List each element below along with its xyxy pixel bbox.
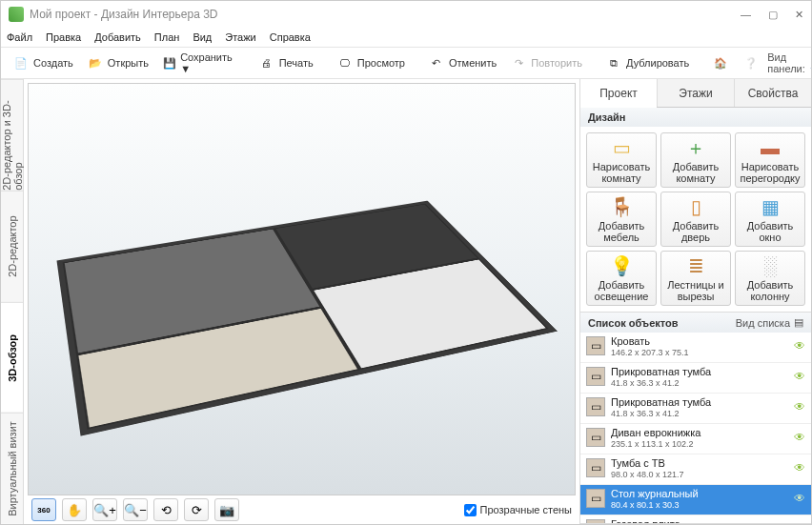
transparent-walls-checkbox[interactable]: Прозрачные стены (464, 504, 572, 516)
menu-edit[interactable]: Правка (46, 31, 81, 43)
menu-add[interactable]: Добавить (94, 31, 141, 43)
redo-icon: ↷ (510, 54, 527, 71)
action-icon: ▬ (759, 136, 782, 159)
create-button[interactable]: 📄Создать (7, 50, 79, 75)
action-label: Добавить колонну (738, 279, 802, 302)
save-icon: 💾 (162, 54, 176, 71)
left-tab-3[interactable]: Виртуальный визит (1, 413, 23, 524)
object-item[interactable]: ▭Прикроватная тумба41.8 x 36.3 x 41.2👁 (580, 363, 811, 394)
action-6[interactable]: 💡Добавить освещение (586, 251, 657, 306)
object-name: Кровать (611, 335, 788, 348)
object-name: Газовая плита (611, 518, 788, 523)
action-3[interactable]: 🪑Добавить мебель (586, 192, 657, 247)
object-icon: ▭ (586, 336, 605, 355)
object-name: Тумба с ТВ (611, 457, 788, 470)
left-tab-0[interactable]: 2D-редактор и 3D-обзор (1, 79, 23, 191)
rotate-left-button[interactable]: ⟲ (153, 498, 178, 521)
menu-help[interactable]: Справка (270, 31, 311, 43)
left-tab-1[interactable]: 2D-редактор (1, 191, 23, 302)
open-button[interactable]: 📂Открыть (81, 50, 154, 75)
action-icon: ▯ (684, 195, 707, 218)
window-title: Мой проект - Дизайн Интерьера 3D (30, 8, 217, 21)
action-icon: ≣ (684, 254, 707, 277)
action-label: Добавить дверь (663, 220, 728, 243)
visibility-icon[interactable]: 👁 (794, 461, 805, 475)
object-item[interactable]: ▭Тумба с ТВ98.0 x 48.0 x 121.7👁 (580, 454, 811, 485)
object-dims: 41.8 x 36.3 x 41.2 (611, 409, 788, 418)
visibility-icon[interactable]: 👁 (794, 522, 805, 523)
action-4[interactable]: ▯Добавить дверь (660, 192, 731, 247)
action-label: Добавить мебель (589, 220, 654, 243)
folder-open-icon: 📂 (87, 54, 104, 71)
action-label: Лестницы и вырезы (663, 279, 728, 302)
object-name: Стол журнальный (611, 488, 788, 500)
redo-button[interactable]: ↷Повторить (504, 50, 588, 75)
home-icon: 🏠 (712, 54, 729, 71)
app-icon (9, 7, 24, 22)
visibility-icon[interactable]: 👁 (794, 339, 805, 353)
visibility-icon[interactable]: 👁 (794, 431, 805, 444)
close-button[interactable]: ✕ (795, 9, 803, 21)
action-7[interactable]: ≣Лестницы и вырезы (660, 251, 731, 306)
action-icon: ░ (759, 254, 782, 277)
visibility-icon[interactable]: 👁 (794, 370, 805, 383)
zoom-out-button[interactable]: 🔍− (123, 498, 148, 521)
object-item[interactable]: ▭Диван еврокнижка235.1 x 113.1 x 102.2👁 (580, 424, 811, 454)
duplicate-button[interactable]: ⧉Дублировать (599, 50, 695, 75)
orbit-360-button[interactable]: 360 (31, 498, 56, 521)
right-tabs: ПроектЭтажиСвойства (580, 79, 811, 108)
visibility-icon[interactable]: 👁 (794, 400, 805, 414)
object-name: Прикроватная тумба (611, 366, 788, 378)
action-5[interactable]: ▦Добавить окно (735, 192, 805, 247)
list-view-label: Вид списка (736, 317, 790, 329)
action-8[interactable]: ░Добавить колонну (735, 251, 805, 306)
help-button[interactable]: ❔ (737, 50, 765, 75)
action-label: Добавить окно (738, 220, 802, 243)
object-icon: ▭ (586, 519, 605, 523)
save-button[interactable]: 💾Сохранить ▼ (156, 50, 241, 75)
pan-button[interactable]: ✋ (62, 498, 87, 521)
action-1[interactable]: ＋Добавить комнату (660, 132, 731, 188)
help-icon: ❔ (742, 54, 760, 71)
print-button[interactable]: 🖨Печать (253, 50, 319, 75)
menu-file[interactable]: Файл (7, 31, 32, 43)
right-tab-2[interactable]: Свойства (734, 79, 811, 107)
zoom-in-button[interactable]: 🔍+ (92, 498, 117, 521)
snapshot-button[interactable]: 📷 (214, 498, 239, 521)
action-2[interactable]: ▬Нарисовать перегородку (735, 132, 805, 188)
duplicate-icon: ⧉ (605, 54, 622, 71)
object-item[interactable]: ▭Прикроватная тумба41.8 x 36.3 x 41.2👁 (580, 394, 811, 424)
minimize-button[interactable]: ― (741, 9, 751, 21)
object-name: Прикроватная тумба (611, 396, 788, 409)
right-tab-0[interactable]: Проект (580, 79, 657, 108)
object-dims: 80.4 x 80.1 x 30.3 (611, 500, 788, 510)
object-list-header: Список объектов Вид списка ▤ (580, 313, 811, 333)
menu-floors[interactable]: Этажи (225, 31, 255, 43)
action-icon: ＋ (684, 136, 707, 159)
action-icon: ▭ (610, 136, 633, 159)
object-icon: ▭ (586, 458, 605, 477)
rotate-right-button[interactable]: ⟳ (184, 498, 209, 521)
menu-view[interactable]: Вид (193, 31, 212, 43)
design-section-header: Дизайн (580, 108, 811, 127)
right-tab-1[interactable]: Этажи (657, 79, 734, 107)
toolbar: 📄Создать 📂Открыть 💾Сохранить ▼ 🖨Печать 🖵… (1, 47, 811, 79)
view-controls: 360 ✋ 🔍+ 🔍− ⟲ ⟳ 📷 Прозрачные стены (28, 495, 576, 524)
left-tabs: 2D-редактор и 3D-обзор2D-редактор3D-обзо… (1, 79, 24, 524)
visibility-icon[interactable]: 👁 (794, 492, 805, 505)
object-dims: 235.1 x 113.1 x 102.2 (611, 439, 788, 449)
home-button[interactable]: 🏠 (706, 50, 735, 75)
menu-plan[interactable]: План (154, 31, 180, 43)
left-tab-2[interactable]: 3D-обзор (1, 302, 23, 414)
action-0[interactable]: ▭Нарисовать комнату (586, 132, 657, 188)
undo-button[interactable]: ↶Отменить (422, 50, 502, 75)
3d-viewport[interactable] (28, 83, 576, 495)
list-view-icon[interactable]: ▤ (794, 316, 803, 329)
object-item[interactable]: ▭Кровать146.2 x 207.3 x 75.1👁 (580, 333, 811, 363)
preview-button[interactable]: 🖵Просмотр (331, 50, 411, 75)
maximize-button[interactable]: ▢ (768, 9, 778, 21)
object-dims: 41.8 x 36.3 x 41.2 (611, 378, 788, 388)
action-icon: 🪑 (610, 195, 633, 218)
object-item[interactable]: ▭Газовая плита51.0 x 62.1 x 86.0👁 (580, 515, 811, 523)
object-item[interactable]: ▭Стол журнальный80.4 x 80.1 x 30.3👁 (580, 485, 811, 515)
